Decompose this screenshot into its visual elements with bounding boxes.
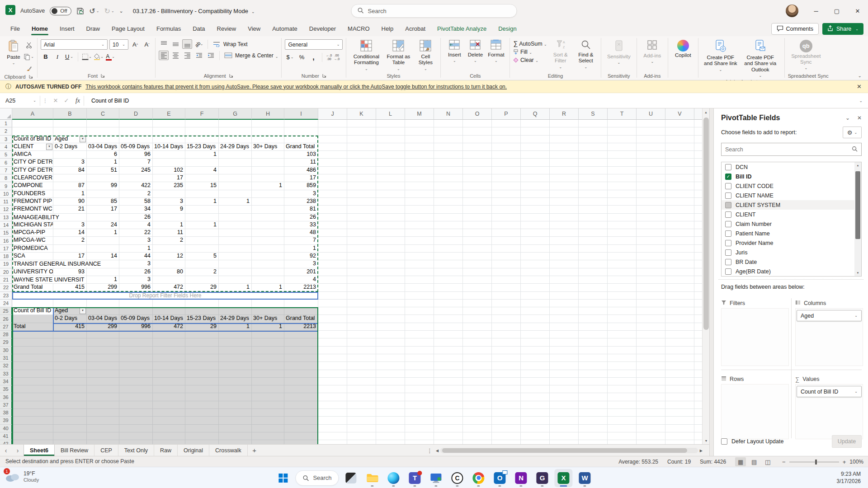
grid-cell[interactable] [521, 253, 550, 260]
grid-cell[interactable] [492, 315, 521, 323]
cell-D17[interactable]: 1 [119, 245, 153, 253]
grid-cell[interactable] [637, 292, 665, 300]
grid-cell[interactable] [252, 432, 284, 440]
grid-cell[interactable] [53, 409, 87, 417]
column-header-D[interactable]: D [119, 108, 153, 120]
grid-cell[interactable] [434, 432, 463, 440]
grid-cell[interactable] [637, 143, 665, 151]
grid-cell[interactable] [434, 370, 463, 378]
grid-cell[interactable] [12, 401, 53, 409]
grid-cell[interactable] [318, 245, 347, 253]
cell-A22[interactable]: Grand Total [12, 284, 53, 291]
grid-cell[interactable] [492, 276, 521, 284]
tab-acrobat[interactable]: Acrobat [399, 22, 431, 36]
grid-cell[interactable] [579, 292, 608, 300]
grid-cell[interactable] [665, 127, 694, 135]
grid-cell[interactable] [119, 370, 153, 378]
grid-cell[interactable] [347, 151, 376, 159]
row-header-3[interactable]: 3 [0, 136, 12, 143]
format-cells-button[interactable]: Format⌄ [486, 38, 506, 65]
grid-cell[interactable] [434, 347, 463, 354]
dialog-launcher-icon[interactable] [322, 73, 326, 79]
grid-cell[interactable] [87, 362, 119, 370]
grid-cell[interactable] [637, 221, 665, 229]
grid-cell[interactable] [579, 221, 608, 229]
grid-cell[interactable] [185, 190, 219, 198]
warning-close-icon[interactable]: ✕ [857, 83, 862, 90]
grid-cell[interactable] [153, 159, 185, 166]
orientation-icon[interactable]: ab⌄ [194, 39, 204, 49]
grid-cell[interactable] [318, 260, 347, 268]
row-header-36[interactable]: 36 [0, 393, 12, 401]
grid-cell[interactable] [492, 370, 521, 378]
cell-I15[interactable]: 48 [284, 229, 318, 237]
cell-B15[interactable]: 14 [53, 229, 87, 237]
cell-A25[interactable]: Count of Bill ID [12, 307, 53, 315]
grid-cell[interactable] [87, 245, 119, 253]
grid-cell[interactable] [521, 127, 550, 135]
grid-cell[interactable] [376, 331, 405, 338]
hscroll-track[interactable] [440, 448, 698, 453]
grid-cell[interactable] [376, 260, 405, 268]
grid-cell[interactable] [12, 347, 53, 354]
grid-cell[interactable] [637, 401, 665, 409]
cell-D13[interactable]: 26 [119, 214, 153, 221]
grid-cell[interactable] [219, 127, 252, 135]
grid-cell[interactable] [665, 440, 694, 444]
grid-cell[interactable] [153, 440, 185, 444]
grid-cell[interactable] [153, 136, 185, 143]
grid-cell[interactable] [492, 245, 521, 253]
grid-cell[interactable] [347, 409, 376, 417]
grid-cell[interactable] [318, 440, 347, 444]
grid-cell[interactable] [665, 393, 694, 401]
grid-cell[interactable] [665, 417, 694, 424]
grid-cell[interactable] [665, 401, 694, 409]
grid-cell[interactable] [492, 401, 521, 409]
grid-cell[interactable] [550, 174, 579, 182]
grid-cell[interactable] [550, 323, 579, 331]
grid-cell[interactable] [463, 151, 492, 159]
grid-cell[interactable] [637, 174, 665, 182]
grid-cell[interactable] [219, 151, 252, 159]
grid-cell[interactable] [694, 260, 702, 268]
grid-cell[interactable] [434, 354, 463, 362]
grid-cell[interactable] [12, 127, 53, 135]
grid-cell[interactable] [637, 198, 665, 206]
grid-cell[interactable] [405, 260, 434, 268]
grid-cell[interactable] [219, 385, 252, 393]
grid-cell[interactable] [87, 432, 119, 440]
grid-cell[interactable] [405, 136, 434, 143]
grid-cell[interactable] [347, 167, 376, 174]
grid-cell[interactable] [53, 300, 87, 307]
grid-cell[interactable] [252, 331, 284, 338]
cell-D12[interactable]: 34 [119, 206, 153, 213]
format-painter-button[interactable] [24, 64, 34, 73]
grid-cell[interactable] [665, 229, 694, 237]
cell-A18[interactable]: SCA [12, 253, 53, 260]
grid-cell[interactable] [434, 260, 463, 268]
grid-cell[interactable] [405, 174, 434, 182]
grid-cell[interactable] [318, 276, 347, 284]
grid-cell[interactable] [434, 417, 463, 424]
paste-button[interactable]: Paste⌄ [3, 38, 24, 67]
grid-cell[interactable] [219, 276, 252, 284]
grid-cell[interactable] [694, 409, 702, 417]
row-header-37[interactable]: 37 [0, 401, 12, 409]
grid-cell[interactable] [665, 245, 694, 253]
grid-cell[interactable] [608, 182, 637, 190]
grid-cell[interactable] [608, 307, 637, 315]
grid-cell[interactable] [463, 276, 492, 284]
grid-cell[interactable] [694, 214, 702, 221]
grid-cell[interactable] [347, 174, 376, 182]
grid-cell[interactable] [579, 409, 608, 417]
grid-cell[interactable] [318, 315, 347, 323]
grid-cell[interactable] [694, 315, 702, 323]
cell-E12[interactable]: 9 [153, 206, 185, 213]
grid-cell[interactable] [694, 300, 702, 307]
cell-G22[interactable]: 1 [219, 284, 252, 291]
grid-cell[interactable] [492, 323, 521, 331]
sensitivity-button[interactable]: Sensitivity⌄ [604, 38, 633, 66]
spreadsheet-sync-button[interactable]: qbSpreadsheet Sync⌄ [788, 38, 824, 72]
clear-button[interactable]: Clear ⌄ [513, 57, 547, 63]
grid-cell[interactable] [219, 347, 252, 354]
